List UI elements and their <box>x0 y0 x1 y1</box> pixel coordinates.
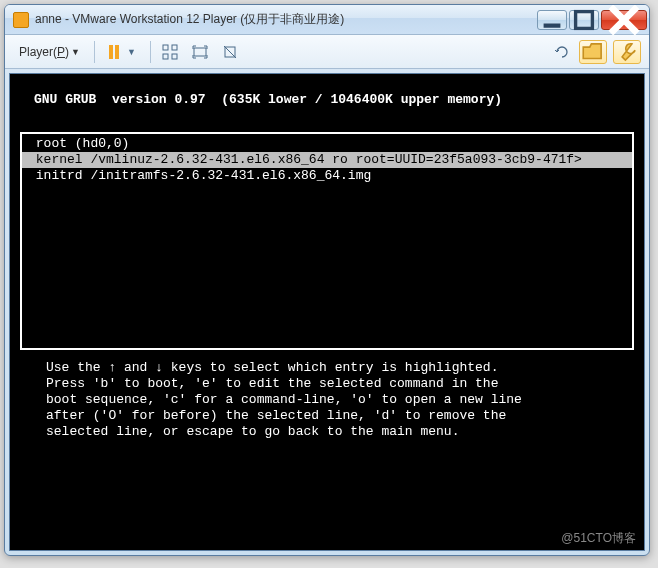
toolbar: Player(P) ▼ ▼ <box>5 35 649 69</box>
grub-boot-menu[interactable]: root (hd0,0) kernel /vmlinuz-2.6.32-431.… <box>20 132 634 350</box>
unity-icon <box>222 44 238 60</box>
player-menu-label: Player(P) <box>19 45 69 59</box>
cycle-devices-button[interactable] <box>551 41 573 63</box>
folder-icon <box>580 39 606 65</box>
manage-button[interactable] <box>579 40 607 64</box>
grid-icon <box>162 44 178 60</box>
separator <box>150 41 151 63</box>
help-button[interactable] <box>613 40 641 64</box>
pause-icon <box>109 45 119 59</box>
expand-icon <box>192 44 208 60</box>
svg-rect-1 <box>576 11 593 28</box>
vm-console[interactable]: GNU GRUB version 0.97 (635K lower / 1046… <box>9 73 645 551</box>
send-ctrl-alt-del-button[interactable] <box>159 41 181 63</box>
watermark: @51CTO博客 <box>561 530 636 546</box>
fullscreen-button[interactable] <box>189 41 211 63</box>
grub-entry[interactable]: root (hd0,0) <box>22 136 632 152</box>
wrench-icon <box>614 39 640 65</box>
window-title: anne - VMware Workstation 12 Player (仅用于… <box>35 11 537 28</box>
cycle-icon <box>554 44 570 60</box>
pause-button[interactable] <box>103 41 125 63</box>
titlebar[interactable]: anne - VMware Workstation 12 Player (仅用于… <box>5 5 649 35</box>
app-icon <box>13 12 29 28</box>
maximize-button[interactable] <box>569 10 599 30</box>
dropdown-arrow-icon: ▼ <box>71 47 80 57</box>
grub-header: GNU GRUB version 0.97 (635K lower / 1046… <box>16 92 638 108</box>
grub-entry[interactable]: initrd /initramfs-2.6.32-431.el6.x86_64.… <box>22 168 632 184</box>
close-button[interactable] <box>601 10 647 30</box>
grub-entry-selected[interactable]: kernel /vmlinuz-2.6.32-431.el6.x86_64 ro… <box>22 152 632 168</box>
svg-rect-4 <box>163 45 168 50</box>
window-controls <box>537 10 647 30</box>
svg-rect-5 <box>172 45 177 50</box>
pause-dropdown-icon[interactable]: ▼ <box>127 47 136 57</box>
svg-rect-6 <box>163 54 168 59</box>
vmware-player-window: anne - VMware Workstation 12 Player (仅用于… <box>4 4 650 556</box>
player-menu[interactable]: Player(P) ▼ <box>13 41 86 63</box>
svg-rect-8 <box>194 48 206 56</box>
svg-line-10 <box>224 46 236 58</box>
svg-rect-7 <box>172 54 177 59</box>
minimize-button[interactable] <box>537 10 567 30</box>
unity-button[interactable] <box>219 41 241 63</box>
separator <box>94 41 95 63</box>
grub-help-text: Use the ↑ and ↓ keys to select which ent… <box>16 350 638 440</box>
